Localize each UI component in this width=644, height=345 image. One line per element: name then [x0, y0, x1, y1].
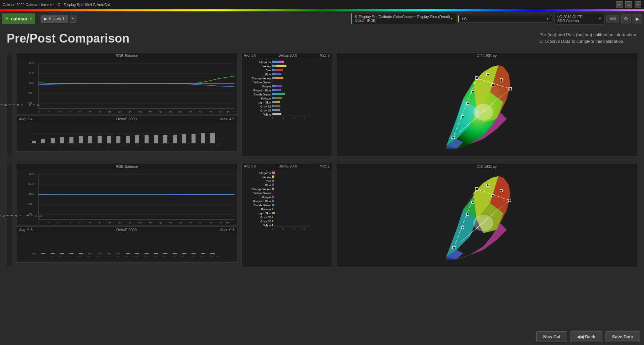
svg-text:50: 50 [139, 111, 142, 113]
tab-area: ▶ History 1 + [41, 15, 76, 23]
device1-info: i1 Display Pro/Calibrite ColorChecker Di… [355, 15, 450, 22]
svg-text:95: 95 [210, 256, 213, 257]
svg-text:85: 85 [191, 256, 194, 257]
svg-rect-260 [272, 224, 273, 226]
svg-rect-111 [272, 105, 273, 107]
pre-deltae-avg: Avg: 3.4 [19, 117, 33, 121]
device1-dropdown[interactable]: i1 Display Pro/Calibrite ColorChecker Di… [351, 13, 457, 24]
svg-text:White: White [263, 113, 271, 116]
svg-text:70: 70 [179, 221, 182, 223]
device3-line2: SDR Cinema [557, 19, 582, 23]
svg-rect-256 [272, 216, 273, 218]
svg-text:70: 70 [179, 111, 182, 113]
svg-text:75: 75 [172, 256, 175, 257]
svg-text:15: 15 [59, 145, 62, 146]
back-button[interactable]: ◀◀ Back [570, 331, 602, 342]
svg-text:80: 80 [181, 256, 184, 257]
svg-text:100: 100 [216, 256, 220, 257]
post-label: postcalibration [7, 163, 12, 267]
svg-text:95: 95 [226, 221, 229, 223]
svg-text:Bluish Green: Bluish Green [254, 204, 271, 207]
svg-rect-204 [145, 253, 149, 254]
svg-text:0: 0 [31, 145, 33, 146]
svg-text:65: 65 [169, 111, 172, 113]
pre-section: precalibration RGB Balance 120 110 100 9… [7, 52, 637, 156]
svg-text:5: 5 [282, 117, 284, 120]
svg-rect-207 [173, 253, 177, 254]
tab-play-icon: ▶ [44, 16, 47, 21]
tab-history1[interactable]: ▶ History 1 [41, 15, 68, 23]
svg-rect-202 [126, 253, 130, 254]
svg-text:20: 20 [78, 111, 81, 113]
svg-text:35: 35 [108, 221, 111, 223]
svg-text:Foliage: Foliage [261, 97, 271, 100]
svg-rect-47 [126, 136, 130, 143]
svg-rect-196 [69, 253, 73, 254]
svg-text:Yellow Green: Yellow Green [253, 192, 271, 195]
pre-cc-title: DeltaE 2000 [279, 54, 297, 57]
pre-cc-avg: Avg: 3.8 [244, 54, 256, 57]
device3-info: LG 2019 OLED SDR Cinema [557, 15, 582, 23]
svg-text:65: 65 [153, 145, 156, 146]
svg-point-141 [509, 88, 512, 90]
svg-text:110: 110 [29, 71, 34, 75]
pre-label: precalibration [7, 52, 12, 156]
svg-text:25: 25 [78, 256, 81, 257]
svg-rect-54 [192, 134, 196, 143]
svg-text:100: 100 [29, 192, 34, 196]
svg-text:15: 15 [302, 228, 305, 231]
logo-dropdown-arrow[interactable]: ▼ [29, 17, 33, 20]
svg-text:5: 5 [49, 111, 50, 113]
svg-rect-193 [41, 253, 45, 254]
svg-text:65: 65 [153, 256, 156, 257]
mix-button[interactable]: MIX [606, 15, 619, 22]
post-rgb-chart: RGB Balance 120 110 100 90 80 [16, 163, 237, 225]
play-button[interactable]: ▶ [633, 14, 642, 23]
svg-text:10: 10 [292, 228, 295, 231]
save-data-button[interactable]: Save Data [605, 331, 640, 342]
tab-label: History 1 [49, 16, 64, 21]
svg-text:Light Skin: Light Skin [258, 212, 271, 215]
svg-rect-116 [272, 113, 281, 115]
new-cal-button[interactable]: New Cal [536, 331, 568, 342]
svg-text:75: 75 [189, 111, 192, 113]
restore-button[interactable]: □ [625, 1, 632, 8]
minimize-button[interactable]: ─ [616, 1, 623, 8]
svg-text:45: 45 [128, 111, 131, 113]
svg-text:100: 100 [29, 81, 34, 85]
svg-rect-55 [201, 133, 205, 143]
device1-main: i1 Display Pro/Calibrite ColorChecker Di… [355, 15, 450, 19]
device2-dropdown[interactable]: LG ▼ [458, 15, 552, 22]
svg-point-144 [487, 74, 489, 76]
svg-text:15: 15 [59, 256, 62, 257]
device3-dropdown[interactable]: LG 2019 OLED SDR Cinema ▼ [554, 13, 604, 24]
svg-text:Blue: Blue [265, 184, 271, 187]
svg-rect-241 [272, 184, 274, 186]
device2-arrow-icon: ▼ [546, 17, 549, 20]
close-button[interactable]: ✕ [635, 1, 641, 8]
svg-point-150 [467, 103, 469, 105]
svg-point-142 [452, 137, 454, 139]
svg-text:120: 120 [29, 172, 34, 176]
svg-text:Purple: Purple [262, 85, 271, 88]
post-cc-svg: Cyan Magenta Yellow Red Blue [243, 170, 332, 265]
svg-text:50: 50 [139, 221, 142, 223]
tab-add-button[interactable]: + [70, 15, 76, 23]
svg-text:80: 80 [199, 111, 202, 113]
svg-text:75: 75 [172, 145, 175, 146]
svg-rect-208 [182, 253, 186, 254]
svg-point-293 [472, 202, 474, 203]
post-cie-svg [336, 169, 637, 263]
toolbar: ✦ calman ▼ ▶ History 1 + i1 Display Pro/… [0, 11, 644, 26]
pre-cie-chart: CIE 1931 xy [336, 52, 637, 156]
svg-text:20: 20 [78, 221, 81, 223]
pre-deltae-max: Max: 4.5 [220, 117, 234, 121]
svg-point-146 [501, 79, 502, 81]
pre-cc-chart: Avg: 3.8 DeltaE 2000 Max: 6 Magenta Yell… [241, 52, 332, 156]
post-cie-chart: CIE 1931 xy [336, 163, 637, 267]
calman-logo[interactable]: ✦ calman ▼ [2, 13, 35, 24]
svg-text:60: 60 [159, 111, 162, 113]
settings-button[interactable]: ⚙ [621, 14, 631, 23]
svg-text:0: 0 [272, 117, 274, 120]
svg-text:90: 90 [29, 202, 32, 206]
